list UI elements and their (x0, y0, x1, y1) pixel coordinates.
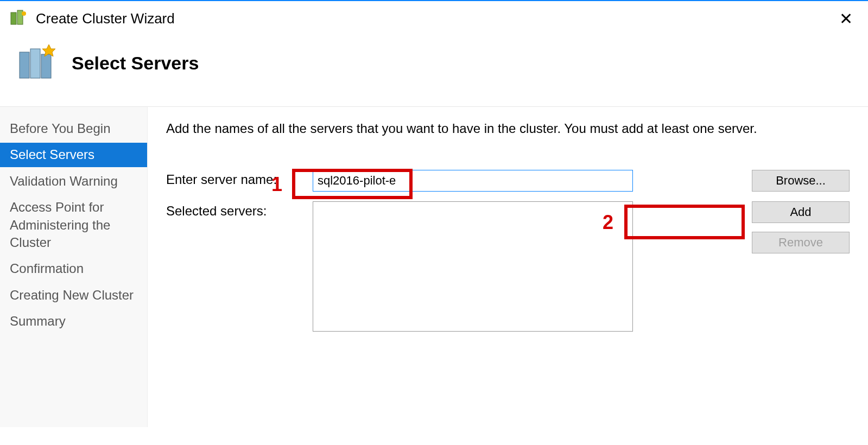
titlebar: Create Cluster Wizard ✕ (0, 1, 868, 36)
enter-server-name-label: Enter server name: (166, 170, 313, 187)
svg-rect-4 (30, 49, 40, 78)
instruction-text: Add the names of all the servers that yo… (166, 121, 850, 136)
server-name-row: Enter server name: Browse... (166, 170, 850, 192)
wizard-main: Add the names of all the servers that yo… (148, 107, 868, 427)
svg-rect-3 (20, 52, 29, 78)
wizard-body: Before You Begin Select Servers Validati… (0, 107, 868, 427)
server-name-input-wrap (313, 170, 737, 192)
selected-servers-wrap (313, 201, 737, 332)
step-creating-new-cluster[interactable]: Creating New Cluster (0, 283, 147, 307)
svg-rect-5 (41, 54, 51, 78)
step-access-point[interactable]: Access Point for Administering the Clust… (0, 195, 147, 255)
step-confirmation[interactable]: Confirmation (0, 257, 147, 281)
wizard-window: Create Cluster Wizard ✕ Select Servers B… (0, 0, 868, 445)
server-name-input[interactable] (313, 170, 633, 192)
remove-button: Remove (752, 232, 850, 253)
wizard-steps-sidebar: Before You Begin Select Servers Validati… (0, 107, 148, 427)
step-select-servers[interactable]: Select Servers (0, 143, 147, 167)
selected-servers-list[interactable] (313, 201, 633, 332)
close-icon[interactable]: ✕ (834, 7, 858, 30)
page-heading: Select Servers (72, 53, 199, 74)
step-validation-warning[interactable]: Validation Warning (0, 169, 147, 193)
svg-rect-0 (11, 12, 16, 24)
add-button[interactable]: Add (752, 201, 850, 223)
step-summary[interactable]: Summary (0, 309, 147, 333)
selected-servers-row: Selected servers: Add Remove (166, 201, 850, 332)
cluster-wizard-icon (10, 9, 28, 28)
svg-rect-1 (17, 10, 23, 24)
selected-servers-label: Selected servers: (166, 201, 313, 219)
servers-icon (15, 41, 59, 85)
svg-point-2 (22, 11, 26, 16)
step-before-you-begin[interactable]: Before You Begin (0, 117, 147, 141)
browse-button[interactable]: Browse... (752, 170, 850, 192)
wizard-header: Select Servers (0, 36, 868, 107)
window-title: Create Cluster Wizard (36, 10, 175, 27)
